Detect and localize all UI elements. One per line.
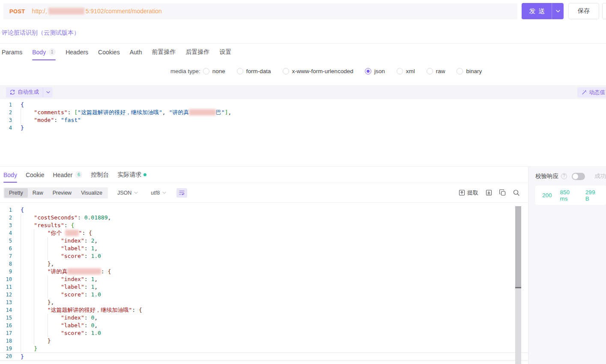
line-number: 12 [0,291,16,299]
code-token [21,109,34,115]
code-token [21,222,34,228]
validation-panel: 校验响应 ? 成功 200 850 ms 299 B [528,167,606,364]
scrollbar-thumb[interactable] [515,206,521,288]
view-visualize[interactable]: Visualize [76,188,107,198]
code-line: 17 "score": 1.0 [0,329,528,337]
validate-response-toggle[interactable] [572,173,585,180]
status-code: 200 [542,192,552,198]
response-tab[interactable]: Body [3,167,17,183]
word-wrap-button[interactable] [176,188,187,198]
view-preview[interactable]: Preview [48,188,76,198]
media-option-json[interactable]: json [365,68,385,74]
request-tab-label: 设置 [219,48,231,56]
send-dropdown-button[interactable] [552,10,564,12]
media-type-options: noneform-datax-www-form-urlencodedjsonxm… [203,68,482,74]
chevron-down-icon [134,192,138,194]
clipped-edge-button[interactable] [602,3,606,19]
indent-guide [48,283,48,291]
request-tab-label: Params [2,49,22,56]
code-token: } [21,124,24,131]
copy-button[interactable] [499,189,506,196]
response-tab[interactable]: 实际请求 [117,167,146,183]
line-number: 18 [0,337,16,345]
auto-generate-dropdown[interactable] [43,91,53,94]
format-dropdown[interactable]: JSON [117,190,138,196]
request-tab[interactable]: 设置 [219,44,231,60]
indent-guide [21,268,21,275]
code-token: , [94,284,98,290]
magic-wand-icon [582,90,587,95]
copy-icon [499,189,506,196]
line-content: "mode": "fast" [16,116,81,124]
request-tab[interactable]: 前置操作 [152,44,176,60]
redaction [67,268,101,275]
line-content: }, [16,260,54,268]
send-button[interactable]: 发送 [522,3,564,19]
media-option-xml[interactable]: xml [397,68,415,74]
response-tab[interactable]: Cookie [26,167,45,183]
encoding-dropdown[interactable]: utf8 [151,190,166,196]
media-option-raw[interactable]: raw [427,68,445,74]
view-raw[interactable]: Raw [28,188,48,198]
media-option-binary[interactable]: binary [457,68,482,74]
code-line: 12 "score": 1.0 [0,291,528,299]
indent-guide [34,337,34,345]
code-token: : [82,230,89,236]
code-token: : [54,117,61,123]
request-body-editor[interactable]: 1{2 "comments": ["这篇题解讲的很好，继续加油哦", "讲的真 … [0,99,606,166]
code-token: "score" [61,330,84,336]
request-tab[interactable]: Cookies [98,44,120,60]
save-button[interactable]: 保存 [568,3,599,19]
media-option-none[interactable]: none [203,68,225,74]
dynamic-value-button[interactable]: 动态值 [577,87,606,98]
code-token: { [139,307,142,313]
code-token: , [51,260,54,267]
scrollbar-track[interactable] [515,206,521,364]
line-number: 9 [0,268,16,275]
request-tab[interactable]: Auth [130,44,142,60]
indent-guide [34,291,34,299]
media-option-label: json [374,68,385,74]
line-content: "costSeconds": 0.01889, [16,214,111,222]
response-tabs: BodyCookieHeader6控制台实际请求 [0,167,528,183]
request-tab[interactable]: 后置操作 [185,44,209,60]
code-line: 15 "index": 0, [0,314,528,322]
media-option-label: x-www-form-urlencoded [292,68,353,74]
view-pretty[interactable]: Pretty [4,188,28,198]
request-tab[interactable]: Headers [66,44,88,60]
request-tab-label: Body [32,49,46,56]
response-tab[interactable]: 控制台 [91,167,109,183]
line-content: { [16,101,24,109]
indent-guide [34,229,34,237]
code-token: : [68,109,75,115]
indent-guide [21,222,21,229]
auto-generate-button[interactable]: 自动生成 [6,87,53,98]
media-option-form-data[interactable]: form-data [237,68,271,74]
indent-guide [34,322,34,329]
response-size: 299 B [585,189,599,202]
request-tab[interactable]: Body1 [32,44,56,60]
line-content: "你个 ": { [16,229,92,237]
code-line: 20} [0,352,528,361]
indent-guide [21,214,21,222]
redaction [65,230,78,236]
view-switcher: PrettyRawPreviewVisualize [3,187,108,198]
code-line: 3 "results": { [0,222,528,229]
code-token: "这篇题解讲的很好，继续加油哦" [48,307,132,313]
extract-button[interactable]: 提取 [459,189,478,197]
media-option-label: form-data [246,68,271,74]
code-token: "label" [61,322,84,328]
indent-guide [21,237,21,245]
request-tab[interactable]: Params [2,44,22,60]
help-icon[interactable]: ? [561,173,567,179]
url-input[interactable]: POST http:/,5:9102/comment/moderation [3,3,517,19]
media-option-x-www-form-urlencoded[interactable]: x-www-form-urlencoded [283,68,353,74]
response-body-editor[interactable]: 1{2 "costSeconds": 0.01889,3 "results": … [0,202,528,364]
code-token: 1.0 [91,253,101,259]
indent-guide [34,245,34,252]
search-button[interactable] [513,189,519,196]
download-button[interactable] [486,189,492,196]
code-token: : [84,330,91,336]
request-tab-label: 后置操作 [185,48,209,56]
response-tab[interactable]: Header6 [53,167,83,183]
